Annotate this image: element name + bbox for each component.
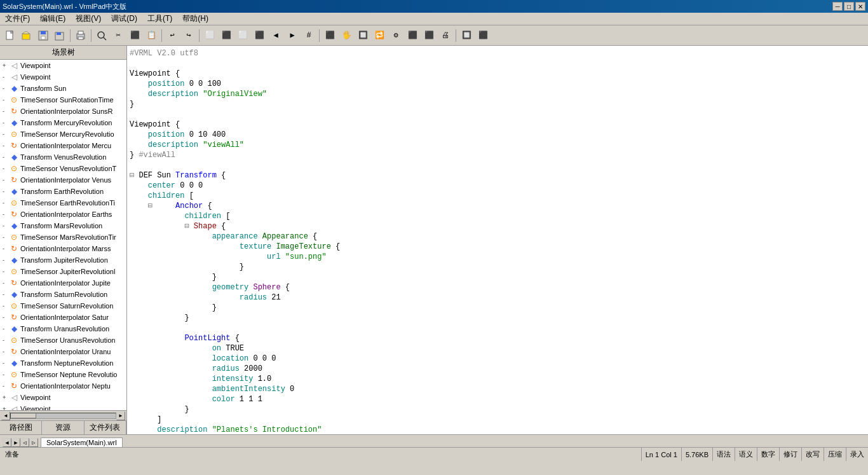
- tree-expand-btn[interactable]: -: [3, 360, 9, 366]
- tree-expand-btn[interactable]: -: [3, 383, 9, 389]
- tree-expand-btn[interactable]: -: [3, 97, 9, 103]
- btn14[interactable]: 🔁: [372, 28, 387, 43]
- new-button[interactable]: [3, 28, 18, 43]
- tree-item[interactable]: -↻OrientationInterpolator Jupite: [0, 277, 126, 289]
- tree-expand-btn[interactable]: -: [3, 303, 9, 309]
- tree-expand-btn[interactable]: -: [3, 223, 9, 229]
- tree-expand-btn[interactable]: -: [3, 165, 9, 172]
- tab-nav-right[interactable]: ▶: [11, 438, 20, 447]
- btn7[interactable]: ⬜: [235, 28, 250, 43]
- redo-button[interactable]: ↪: [181, 28, 196, 43]
- btn5[interactable]: ⬜: [202, 28, 217, 43]
- tree-expand-btn[interactable]: -: [3, 337, 9, 343]
- btn13[interactable]: 🔲: [355, 28, 370, 43]
- menu-edit[interactable]: 编辑(E): [35, 12, 71, 25]
- minimize-button[interactable]: ─: [832, 2, 843, 11]
- scene-tree-content[interactable]: +◁Viewpoint-◁Viewpoint-◆Transform Sun-⊙T…: [0, 60, 126, 410]
- btn6[interactable]: ⬛: [219, 28, 234, 43]
- paste-button[interactable]: 📋: [144, 28, 159, 43]
- tree-item[interactable]: -⊙TimeSensor VenusRevolutionT: [0, 163, 126, 174]
- tree-expand-btn[interactable]: -: [3, 177, 9, 183]
- btn8[interactable]: ⬛: [252, 28, 267, 43]
- tree-expand-btn[interactable]: -: [3, 108, 9, 114]
- tree-expand-btn[interactable]: -: [3, 120, 9, 126]
- btn10[interactable]: ▶: [285, 28, 300, 43]
- status-number[interactable]: 数字: [757, 448, 779, 461]
- scroll-left[interactable]: ◀: [1, 411, 10, 420]
- tree-expand-btn[interactable]: -: [3, 211, 9, 217]
- tree-item[interactable]: -◆Transform SaturnRevolution: [0, 289, 126, 300]
- maximize-button[interactable]: □: [844, 2, 854, 11]
- tree-item[interactable]: -⊙TimeSensor Neptune Revolutio: [0, 369, 126, 380]
- tree-item[interactable]: -⊙TimeSensor MarsRevolutionTir: [0, 231, 126, 243]
- tree-expand-btn[interactable]: -: [3, 74, 9, 80]
- tree-item[interactable]: -◆Transform MercuryRevolution: [0, 117, 126, 128]
- tree-item[interactable]: -↻OrientationInterpolator Marss: [0, 243, 126, 254]
- btn12[interactable]: 🖐: [339, 28, 354, 43]
- tree-item[interactable]: -⊙TimeSensor UranusRevolution: [0, 334, 126, 346]
- filelist-button[interactable]: 文件列表: [85, 421, 126, 434]
- save-button[interactable]: [36, 28, 51, 43]
- scroll-thumb[interactable]: [11, 413, 36, 418]
- tree-expand-btn[interactable]: -: [3, 200, 9, 206]
- tree-item[interactable]: -◆Transform MarsRevolution: [0, 220, 126, 231]
- tree-item[interactable]: -◆Transform Sun: [0, 83, 126, 94]
- tree-item[interactable]: +◁Viewpoint: [0, 392, 126, 403]
- tree-item[interactable]: -↻OrientationInterpolator Mercu: [0, 140, 126, 151]
- open-button[interactable]: [19, 28, 34, 43]
- tree-expand-btn[interactable]: -: [3, 245, 9, 252]
- menu-help[interactable]: 帮助(H): [177, 12, 214, 25]
- tree-expand-btn[interactable]: -: [3, 371, 9, 378]
- undo-button[interactable]: ↩: [165, 28, 180, 43]
- tree-item[interactable]: -⊙TimeSensor SaturnRevolution: [0, 300, 126, 312]
- menu-debug[interactable]: 调试(D): [106, 12, 142, 25]
- tree-expand-btn[interactable]: -: [3, 85, 9, 92]
- copy-button[interactable]: ⬛: [127, 28, 142, 43]
- tree-item[interactable]: -⊙TimeSensor JupiterRevolutionl: [0, 266, 126, 277]
- status-revision[interactable]: 修订: [779, 448, 801, 461]
- menu-tools[interactable]: 工具(T): [142, 12, 177, 25]
- tree-expand-btn[interactable]: -: [3, 326, 9, 332]
- tree-item[interactable]: +◁Viewpoint: [0, 60, 126, 71]
- status-compress[interactable]: 压缩: [824, 448, 846, 461]
- print-button[interactable]: [73, 28, 88, 43]
- status-overwrite[interactable]: 改写: [801, 448, 824, 461]
- tree-expand-btn[interactable]: +: [3, 406, 9, 410]
- tree-expand-btn[interactable]: -: [3, 188, 9, 195]
- tree-item[interactable]: -↻OrientationInterpolator Uranu: [0, 346, 126, 357]
- tree-item[interactable]: -◆Transform NeptuneRevolution: [0, 357, 126, 369]
- tab-nav-left[interactable]: ◀: [3, 438, 11, 447]
- tab-nav-first[interactable]: ◁: [20, 438, 29, 447]
- tree-item[interactable]: -◁Viewpoint: [0, 71, 126, 83]
- resource-button[interactable]: 资源: [42, 421, 84, 434]
- tree-item[interactable]: -⊙TimeSensor SunRotationTime: [0, 94, 126, 106]
- btn16[interactable]: ⬛: [405, 28, 420, 43]
- code-content[interactable]: #VRML V2.0 utf8 Viewpoint { position 0 0…: [127, 46, 868, 434]
- tree-expand-btn[interactable]: -: [3, 348, 9, 355]
- tree-item[interactable]: -◆Transform JupiterRevolution: [0, 254, 126, 266]
- btn11[interactable]: ⬛: [322, 28, 337, 43]
- tree-expand-btn[interactable]: +: [3, 394, 9, 401]
- horizontal-scrollbar[interactable]: ◀ ▶: [0, 410, 126, 420]
- tree-item[interactable]: -↻OrientationInterpolator Venus: [0, 174, 126, 186]
- tree-item[interactable]: -↻OrientationInterpolator Earths: [0, 209, 126, 220]
- btn18[interactable]: 🖨: [438, 28, 453, 43]
- save-all-button[interactable]: [52, 28, 67, 43]
- tree-expand-btn[interactable]: -: [3, 280, 9, 286]
- tree-item[interactable]: +◁Viewpoint: [0, 403, 126, 410]
- close-button[interactable]: ✕: [855, 2, 865, 11]
- tree-expand-btn[interactable]: -: [3, 268, 9, 275]
- find-button[interactable]: [94, 28, 109, 43]
- tree-item[interactable]: -◆Transform EarthRevolution: [0, 186, 126, 197]
- scroll-track[interactable]: [10, 413, 116, 419]
- tree-item[interactable]: -⊙TimeSensor EarthRevolutionTi: [0, 197, 126, 209]
- status-record[interactable]: 录入: [846, 448, 868, 461]
- btn9[interactable]: ◀: [268, 28, 283, 43]
- tree-item[interactable]: -◆Transform VenusRevolution: [0, 151, 126, 163]
- tree-item[interactable]: -◆Transform UranusRevolution: [0, 323, 126, 334]
- tree-item[interactable]: -↻OrientationInterpolator Neptu: [0, 380, 126, 392]
- scroll-right[interactable]: ▶: [116, 411, 125, 420]
- menu-view[interactable]: 视图(V): [71, 12, 106, 25]
- tree-expand-btn[interactable]: -: [3, 154, 9, 160]
- editor-tab[interactable]: SolarSystem(Main).wrl: [41, 437, 123, 447]
